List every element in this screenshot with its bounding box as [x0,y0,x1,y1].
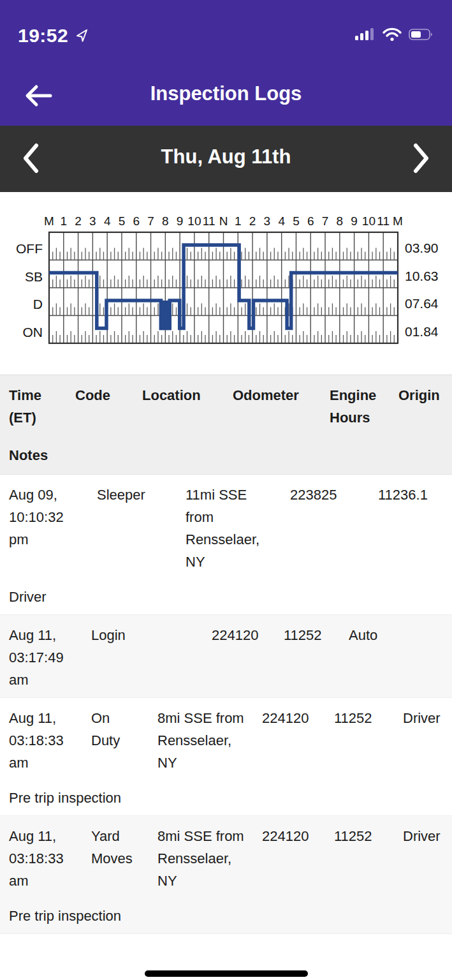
svg-text:3: 3 [264,214,271,228]
entry-cell: 8mi SSE from Rensselaer, NY [157,825,262,892]
location-arrow-icon [75,27,90,45]
svg-text:5: 5 [119,214,126,228]
svg-text:1: 1 [235,214,242,228]
home-indicator[interactable] [145,970,308,977]
svg-text:M: M [393,214,403,228]
header-cell: Time (ET) [9,384,75,429]
svg-text:8: 8 [162,214,169,228]
svg-text:4: 4 [278,214,285,228]
duty-row-total: 01.84 [405,324,439,339]
duty-row-total: 03.90 [405,241,439,255]
entry-notes: Pre trip inspection [9,787,443,809]
duty-row-label: ON [23,325,43,339]
entry-cell: Driver [403,825,452,847]
svg-text:11: 11 [377,214,390,228]
entry-cell: 224120 [262,825,334,847]
log-table-head: Time (ET)CodeLocationOdometerEngine Hour… [0,375,452,475]
svg-text:N: N [219,214,228,228]
log-table-body: Aug 09, 10:10:32 pmSleeper11mi SSE from … [0,475,452,934]
svg-text:8: 8 [337,214,344,228]
next-day-button[interactable] [401,140,442,178]
svg-text:2: 2 [249,214,256,228]
entry-cell: Aug 11, 03:18:33 am [9,825,91,892]
header-cell: Location [142,384,233,406]
entry-cell: 11252 [284,624,349,646]
entry-row: Aug 09, 10:10:32 pmSleeper11mi SSE from … [9,484,443,573]
svg-text:10: 10 [187,214,201,228]
entry-row: Aug 11, 03:17:49 amLogin22412011252Auto [9,624,443,691]
duty-graph: M1234567891011N1234567891011MOFF03.90SB1… [0,206,452,352]
entry-notes: Driver [9,586,443,608]
duty-row-label: SB [25,269,43,284]
header-notes: Notes [9,444,443,466]
entry-cell: 11252 [334,707,403,729]
wifi-icon [382,27,402,45]
clock-label: 19:52 [18,25,68,47]
date-nav: Thu, Aug 11th [0,126,452,192]
entry-cell: Sleeper [97,484,186,506]
entry-cell: 224120 [212,624,284,646]
svg-text:9: 9 [351,214,358,228]
svg-text:7: 7 [322,214,329,228]
svg-text:9: 9 [177,214,184,228]
duty-row-label: D [33,297,43,311]
entry-cell: 223825 [290,484,378,506]
svg-text:7: 7 [147,214,154,228]
header-row: Time (ET)CodeLocationOdometerEngine Hour… [9,384,443,429]
duty-row-total: 07.64 [405,296,439,311]
entry-notes: Pre trip inspection [9,905,443,927]
entry-cell: Auto [349,624,443,646]
page-title: Inspection Logs [0,82,452,105]
log-entry: Aug 11, 03:18:33 amOn Duty8mi SSE from R… [0,698,452,816]
entry-cell: Login [91,624,212,646]
date-label: Thu, Aug 11th [0,145,452,168]
header-cell: Engine Hours [330,384,398,429]
entry-cell: 11236.1 [378,484,444,506]
header-cell: Code [75,384,142,406]
svg-text:1: 1 [61,214,68,228]
log-entry: Aug 09, 10:10:32 pmSleeper11mi SSE from … [0,475,452,615]
svg-text:10: 10 [362,214,375,228]
entry-cell: Aug 11, 03:18:33 am [9,707,91,774]
svg-text:M: M [44,214,54,228]
header-cell: Odometer [233,384,330,406]
status-bar: 19:52 [0,0,452,50]
header-cell: Origin [398,384,452,406]
log-table: Time (ET)CodeLocationOdometerEngine Hour… [0,375,452,934]
battery-icon [409,27,434,45]
entry-cell: Driver [403,707,452,729]
svg-text:2: 2 [75,214,82,228]
entry-cell: 11mi SSE from Rensselaer, NY [186,484,290,573]
svg-text:5: 5 [293,214,300,228]
entry-cell: 8mi SSE from Rensselaer, NY [157,707,262,774]
log-entry: Aug 11, 03:18:33 amYard Moves8mi SSE fro… [0,816,452,934]
svg-text:6: 6 [307,214,314,228]
duty-row-total: 10.63 [405,269,439,283]
entry-row: Aug 11, 03:18:33 amYard Moves8mi SSE fro… [9,825,443,892]
hos-graph-section: M1234567891011N1234567891011MOFF03.90SB1… [0,192,452,375]
app-header: 19:52 [0,0,452,126]
entry-cell: On Duty [91,707,157,752]
svg-text:4: 4 [104,214,111,228]
entry-cell: 11252 [334,825,403,847]
entry-cell: Yard Moves [91,825,157,870]
svg-text:11: 11 [203,214,215,228]
phone-screen: 19:52 [0,0,452,980]
chevron-right-icon [412,166,431,175]
entry-cell: Aug 11, 03:17:49 am [9,624,91,691]
duty-row-label: OFF [16,241,43,256]
cellular-signal-icon [354,27,375,45]
entry-cell: Aug 09, 10:10:32 pm [9,484,97,551]
svg-text:6: 6 [133,214,140,228]
entry-cell: 224120 [262,707,334,729]
entry-row: Aug 11, 03:18:33 amOn Duty8mi SSE from R… [9,707,443,774]
log-entry: Aug 11, 03:17:49 amLogin22412011252Auto [0,615,452,698]
svg-text:3: 3 [89,214,96,228]
